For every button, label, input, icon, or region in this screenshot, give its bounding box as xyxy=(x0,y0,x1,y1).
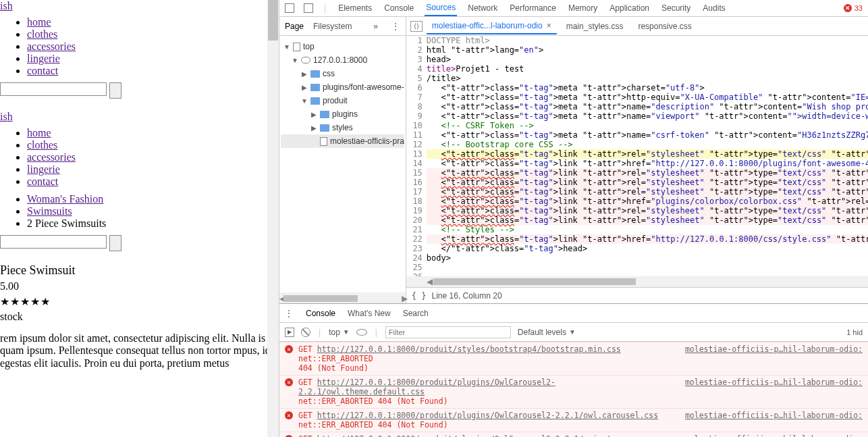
code-lines[interactable]: DOCTYPE html>html "t-attr">lang="en">hea… xyxy=(427,36,868,276)
tab-console[interactable]: Console xyxy=(383,1,415,16)
nav-list-1: home clothes accessories lingerie contac… xyxy=(0,16,279,77)
pretty-print-icon[interactable]: { } xyxy=(412,291,427,301)
file-nav-hscroll[interactable]: ◀▶ xyxy=(279,292,406,303)
tree-plugins-fa[interactable]: plugins/font-awesome- xyxy=(323,82,404,92)
search-input-2[interactable] xyxy=(0,235,107,249)
product-price: 5.00 xyxy=(0,280,279,292)
stock-status: stock xyxy=(0,311,279,323)
filenav-tab-filesystem[interactable]: Filesystem xyxy=(313,22,352,31)
nav2-clothes[interactable]: clothes xyxy=(27,139,57,151)
tree-top[interactable]: top xyxy=(303,42,315,51)
clear-console-icon[interactable] xyxy=(301,328,310,337)
nav-contact[interactable]: contact xyxy=(27,65,58,76)
drawer-tab-search[interactable]: Search xyxy=(403,309,429,318)
nav2-contact[interactable]: contact xyxy=(27,176,58,187)
tab-sources[interactable]: Sources xyxy=(425,0,457,16)
nav-home[interactable]: home xyxy=(27,16,51,28)
bc-swimsuits[interactable]: Swimsuits xyxy=(27,205,72,217)
search-button-1[interactable] xyxy=(109,82,121,99)
code-tab-3[interactable]: responsive.css xyxy=(632,19,697,34)
cursor-status: Line 16, Column 20 xyxy=(432,291,502,301)
scrollbar-vertical[interactable] xyxy=(267,0,279,437)
console-drawer: ⋮ Console What's New Search ▶ | top ▼ | … xyxy=(279,303,868,437)
console-menu-icon[interactable]: ⋮ xyxy=(285,309,294,318)
code-tab-1[interactable]: molestiae-offic...l-laborum-odio× xyxy=(427,18,557,34)
console-error-row[interactable]: ✕GET http://127.0.0.1:8000/produit/plugi… xyxy=(279,408,868,432)
rating-stars: ★★★★★ xyxy=(0,295,279,308)
console-error-row[interactable]: ✕GET http://127.0.0.1:8000/produit/plugi… xyxy=(279,375,868,408)
tree-styles[interactable]: styles xyxy=(332,123,353,132)
folder-icon xyxy=(320,111,329,118)
nav2-accessories[interactable]: accessories xyxy=(27,151,76,163)
product-description: rem ipsum dolor sit amet, consectetur ad… xyxy=(0,332,279,369)
bc-2piece: 2 Piece Swimsuits xyxy=(27,217,106,229)
device-toggle-icon[interactable] xyxy=(304,3,313,13)
folder-icon xyxy=(310,84,320,91)
line-gutter: 1234567891011121314151617181920212223242… xyxy=(406,36,427,276)
tab-application[interactable]: Application xyxy=(608,1,651,16)
nav-clothes[interactable]: clothes xyxy=(27,28,57,40)
file-tree: ▼top ▼127.0.0.1:8000 ▶css ▶plugins/font-… xyxy=(279,36,406,152)
cloud-icon xyxy=(301,57,310,63)
tab-elements[interactable]: Elements xyxy=(337,1,373,16)
nav-lingerie[interactable]: lingerie xyxy=(27,53,60,64)
heading-link-2[interactable]: ish xyxy=(0,111,279,123)
filenav-menu-icon[interactable]: ⋮ xyxy=(391,22,400,31)
tree-plugins[interactable]: plugins xyxy=(332,109,358,119)
filenav-tab-page[interactable]: Page xyxy=(285,22,304,31)
bc-womans-fashion[interactable]: Woman's Fashion xyxy=(27,193,103,205)
devtools: | Elements Console Sources Network Perfo… xyxy=(279,0,868,437)
search-button-2[interactable] xyxy=(109,235,121,251)
breadcrumb: Woman's Fashion Swimsuits 2 Piece Swimsu… xyxy=(0,193,279,230)
code-editor: ⟨⟩ molestiae-offic...l-laborum-odio× mai… xyxy=(406,17,868,303)
folder-icon xyxy=(310,70,320,78)
console-filter-input[interactable] xyxy=(385,326,511,338)
tab-network[interactable]: Network xyxy=(466,1,499,16)
page-preview: ish home clothes accessories lingerie co… xyxy=(0,0,279,437)
nav-accessories[interactable]: accessories xyxy=(27,41,76,52)
console-log: ✕GET http://127.0.0.1:8000/produit/style… xyxy=(279,342,868,437)
console-error-row[interactable]: ✕GET http://127.0.0.1:8000/produit/plugi… xyxy=(279,432,868,437)
search-input-1[interactable] xyxy=(0,82,107,96)
nav-list-2: home clothes accessories lingerie contac… xyxy=(0,127,279,188)
nav2-lingerie[interactable]: lingerie xyxy=(27,163,60,175)
nav2-home[interactable]: home xyxy=(27,127,51,138)
tab-memory[interactable]: Memory xyxy=(567,1,599,16)
filenav-more-icon[interactable]: » xyxy=(373,22,378,31)
tree-file[interactable]: molestiae-officiis-pra xyxy=(330,136,404,146)
code-hscroll[interactable]: ◀ ▶ xyxy=(406,276,868,287)
hidden-count: 1 hid xyxy=(846,328,863,336)
tab-audits[interactable]: Audits xyxy=(701,1,726,16)
tab-security[interactable]: Security xyxy=(660,1,692,16)
folder-icon xyxy=(310,97,320,105)
context-selector[interactable]: top ▼ xyxy=(329,328,350,337)
tree-produit[interactable]: produit xyxy=(323,96,348,105)
code-tab-2[interactable]: main_styles.css xyxy=(561,19,629,34)
error-count-badge[interactable]: ✕33 xyxy=(844,4,863,12)
live-expression-icon[interactable] xyxy=(356,329,367,336)
folder-icon xyxy=(320,124,329,132)
tree-css[interactable]: css xyxy=(323,69,335,78)
inspect-icon[interactable] xyxy=(285,3,294,13)
log-level-selector[interactable]: Default levels ▼ xyxy=(518,328,576,337)
nav-icon[interactable]: ⟨⟩ xyxy=(410,21,423,32)
sources-file-nav: Page Filesystem » ⋮ ▼top ▼127.0.0.1:8000… xyxy=(279,17,406,303)
window-icon xyxy=(293,43,300,51)
tree-host[interactable]: 127.0.0.1:8000 xyxy=(313,55,367,65)
tab-performance[interactable]: Performance xyxy=(508,1,558,16)
product-title: Piece Swimsuit xyxy=(0,263,279,278)
drawer-tab-whatsnew[interactable]: What's New xyxy=(348,309,391,318)
devtools-toolbar: | Elements Console Sources Network Perfo… xyxy=(279,0,868,17)
heading-link-1[interactable]: ish xyxy=(0,0,279,12)
play-icon[interactable]: ▶ xyxy=(285,328,294,337)
file-icon xyxy=(320,137,327,146)
console-error-row[interactable]: ✕GET http://127.0.0.1:8000/produit/style… xyxy=(279,342,868,375)
drawer-tab-console[interactable]: Console xyxy=(306,309,335,318)
close-icon[interactable]: × xyxy=(547,21,551,30)
